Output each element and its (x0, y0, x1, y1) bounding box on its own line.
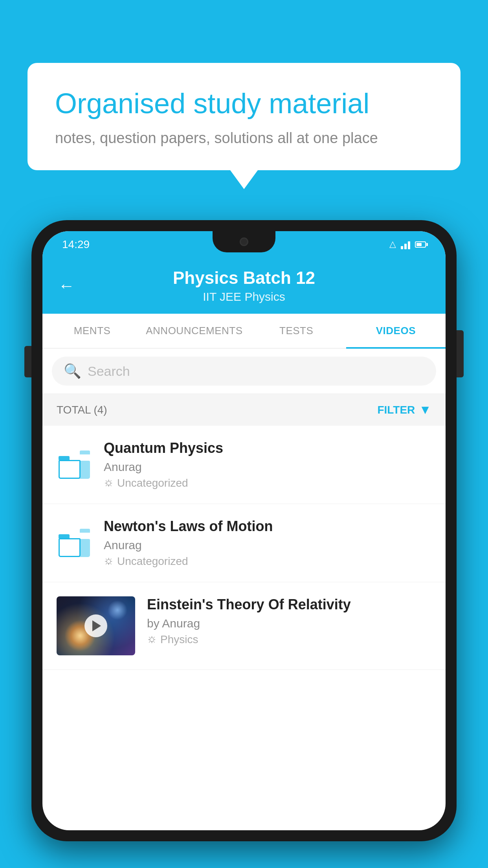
search-placeholder: Search (88, 364, 130, 379)
video-author-2: Anurag (104, 539, 431, 552)
tag-icon-3: ⛭ (147, 634, 157, 646)
status-time: 14:29 (62, 238, 90, 251)
play-button[interactable] (84, 614, 107, 637)
hero-subtitle: notes, question papers, solutions all at… (55, 130, 433, 147)
battery-icon (415, 241, 426, 248)
wifi-icon: △ (389, 240, 396, 249)
video-title-1: Quantum Physics (104, 440, 431, 456)
batch-title: Physics Batch 12 (173, 268, 315, 288)
filter-button[interactable]: FILTER ▼ (377, 403, 431, 417)
phone-body: 14:29 △ (31, 220, 457, 841)
tab-videos[interactable]: VIDEOS (346, 314, 446, 348)
video-tag-2: ⛭ Uncategorized (104, 555, 431, 568)
total-count: TOTAL (4) (57, 404, 107, 416)
video-info-3: Einstein's Theory Of Relativity by Anura… (147, 596, 431, 646)
tab-ments[interactable]: MENTS (42, 314, 142, 348)
list-item[interactable]: Quantum Physics Anurag ⛭ Uncategorized (42, 426, 446, 504)
notch (213, 231, 275, 252)
search-container: 🔍 Search (42, 349, 446, 394)
phone-device: 14:29 △ (31, 220, 457, 868)
back-button[interactable]: ← (58, 276, 75, 295)
tab-announcements[interactable]: ANNOUNCEMENTS (142, 314, 246, 348)
video-author-3: by Anurag (147, 617, 431, 630)
video-tag-1: ⛭ Uncategorized (104, 477, 431, 489)
speech-bubble: Organised study material notes, question… (28, 63, 460, 170)
video-info-2: Newton's Laws of Motion Anurag ⛭ Uncateg… (104, 518, 431, 568)
tag-icon-2: ⛭ (104, 555, 114, 568)
list-item[interactable]: Newton's Laws of Motion Anurag ⛭ Uncateg… (42, 504, 446, 582)
app-header: ← Physics Batch 12 IIT JEE Physics (42, 258, 446, 314)
tabs-bar: MENTS ANNOUNCEMENTS TESTS VIDEOS (42, 314, 446, 349)
search-bar[interactable]: 🔍 Search (52, 357, 436, 386)
signal-icon (401, 240, 410, 249)
folder-icon-2 (57, 529, 92, 557)
video-title-3: Einstein's Theory Of Relativity (147, 596, 431, 613)
camera-dot (240, 237, 248, 246)
phone-screen: 14:29 △ (42, 231, 446, 830)
filter-bar: TOTAL (4) FILTER ▼ (42, 394, 446, 426)
filter-icon: ▼ (419, 403, 431, 417)
search-icon: 🔍 (64, 363, 81, 379)
folder-icon-1 (57, 451, 92, 479)
video-info-1: Quantum Physics Anurag ⛭ Uncategorized (104, 440, 431, 489)
list-item[interactable]: Einstein's Theory Of Relativity by Anura… (42, 582, 446, 670)
hero-section: Organised study material notes, question… (28, 63, 460, 170)
video-title-2: Newton's Laws of Motion (104, 518, 431, 535)
status-icons: △ (389, 240, 426, 249)
video-author-1: Anurag (104, 460, 431, 474)
video-thumbnail-3 (57, 596, 135, 655)
video-tag-3: ⛭ Physics (147, 633, 431, 646)
tag-icon-1: ⛭ (104, 477, 114, 489)
video-list: Quantum Physics Anurag ⛭ Uncategorized (42, 426, 446, 670)
status-bar: 14:29 △ (42, 231, 446, 258)
hero-title: Organised study material (55, 86, 433, 120)
tab-tests[interactable]: TESTS (247, 314, 346, 348)
play-icon (92, 620, 101, 631)
batch-subtitle: IIT JEE Physics (203, 290, 285, 303)
